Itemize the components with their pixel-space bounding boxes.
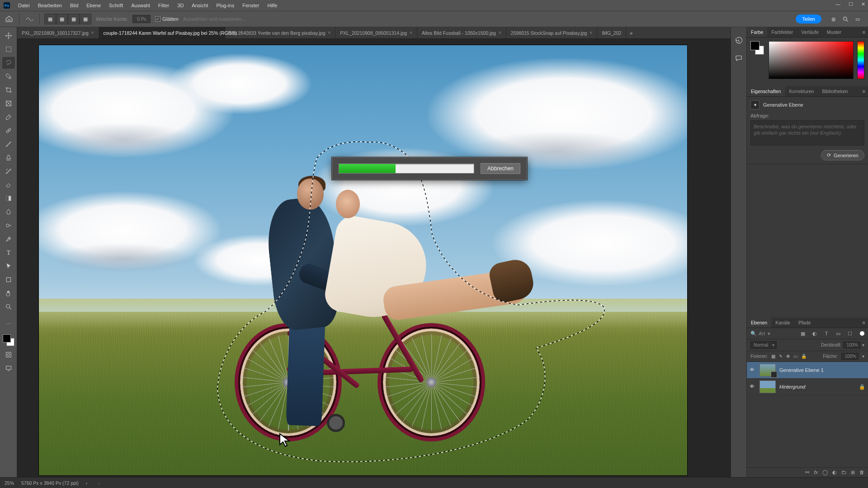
filter-shape-icon[interactable]: ▭ bbox=[835, 330, 842, 337]
filter-pixel-icon[interactable]: ▦ bbox=[799, 330, 807, 337]
select-and-mask-button[interactable]: Auswählen und maskieren... bbox=[183, 16, 245, 22]
cancel-button[interactable]: Abbrechen bbox=[481, 163, 520, 174]
tab-overflow-icon[interactable]: » bbox=[626, 27, 636, 38]
history-panel-icon[interactable] bbox=[734, 36, 744, 46]
zoom-tool[interactable] bbox=[2, 301, 15, 313]
blur-tool[interactable] bbox=[2, 206, 15, 218]
layers-filter-search[interactable]: 🔍Art▾ bbox=[750, 331, 795, 337]
delete-layer-icon[interactable]: 🗑 bbox=[859, 469, 864, 475]
comments-panel-icon[interactable] bbox=[734, 53, 744, 63]
color-field[interactable] bbox=[769, 41, 854, 79]
doc-tab[interactable]: IMG_202 bbox=[597, 27, 626, 38]
doc-info-chevron-icon[interactable]: › bbox=[86, 480, 88, 486]
lock-paint-icon[interactable]: ✎ bbox=[779, 354, 783, 359]
edit-toolbar-icon[interactable]: ⋯ bbox=[2, 318, 15, 330]
filter-type-icon[interactable]: T bbox=[823, 330, 830, 337]
pen-tool[interactable] bbox=[2, 233, 15, 245]
eraser-tool[interactable] bbox=[2, 179, 15, 191]
stamp-tool[interactable] bbox=[2, 152, 15, 164]
tab-farbe[interactable]: Farbe bbox=[747, 27, 767, 37]
menu-auswahl[interactable]: Auswahl bbox=[127, 1, 154, 9]
menu-fenster[interactable]: Fenster bbox=[239, 1, 263, 9]
feather-input[interactable] bbox=[132, 15, 151, 23]
prompt-input[interactable]: Beschreibe, was du generieren möchtest, … bbox=[750, 120, 864, 145]
sel-sub-button[interactable]: ▦ bbox=[68, 14, 80, 24]
doc-tab[interactable]: 2598015 StockSnap auf Pixabay.jpg× bbox=[506, 27, 597, 38]
tab-eigenschaften[interactable]: Eigenschaften bbox=[747, 86, 785, 96]
healing-tool[interactable] bbox=[2, 125, 15, 136]
tab-verlaeufe[interactable]: Verläufe bbox=[797, 27, 823, 37]
lock-icon[interactable]: 🔒 bbox=[859, 384, 865, 390]
layer-thumbnail[interactable] bbox=[760, 364, 776, 376]
path-select-tool[interactable] bbox=[2, 260, 15, 272]
layer-fx-icon[interactable]: fx bbox=[814, 469, 818, 475]
lasso-tool[interactable] bbox=[2, 57, 15, 69]
eyedropper-tool[interactable] bbox=[2, 111, 15, 123]
menu-schrift[interactable]: Schrift bbox=[105, 1, 127, 9]
type-tool[interactable] bbox=[2, 247, 15, 258]
canvas-viewport[interactable]: Abbrechen bbox=[17, 39, 731, 477]
tab-pfade[interactable]: Pfade bbox=[794, 318, 815, 328]
tab-muster[interactable]: Muster bbox=[823, 27, 845, 37]
menu-bearbeiten[interactable]: Bearbeiten bbox=[34, 1, 66, 9]
filter-adjust-icon[interactable]: ◐ bbox=[811, 330, 818, 337]
active-tool-icon[interactable] bbox=[24, 14, 35, 24]
tab-korrekturen[interactable]: Korrekturen bbox=[785, 86, 818, 96]
new-layer-icon[interactable]: ⊞ bbox=[851, 469, 855, 475]
menu-ebene[interactable]: Ebene bbox=[83, 1, 104, 9]
share-button[interactable]: Teilen bbox=[796, 14, 821, 23]
workspace-icon[interactable]: ▭ bbox=[855, 16, 860, 22]
lock-all-icon[interactable]: 🔒 bbox=[801, 354, 807, 359]
lock-pos-icon[interactable]: ✥ bbox=[786, 354, 790, 359]
doc-tab[interactable]: Altes Bild Fussball - 1050x1500.jpg× bbox=[417, 27, 506, 38]
blend-mode-dropdown[interactable]: Normal bbox=[750, 341, 777, 349]
shape-tool[interactable] bbox=[2, 274, 15, 286]
brush-tool[interactable] bbox=[2, 138, 15, 150]
visibility-icon[interactable]: 👁 bbox=[750, 384, 756, 390]
zoom-level[interactable]: 25% bbox=[5, 480, 14, 486]
menu-hilfe[interactable]: Hilfe bbox=[264, 1, 281, 9]
new-adjust-icon[interactable]: ◐ bbox=[832, 469, 837, 475]
layer-name[interactable]: Hintergrund bbox=[779, 384, 805, 389]
doc-tab[interactable]: fox-1540833 Yvette van den Berg pixabay.… bbox=[226, 27, 336, 38]
move-tool[interactable] bbox=[2, 30, 15, 42]
new-group-icon[interactable]: 🗀 bbox=[841, 469, 846, 475]
panel-menu-icon[interactable]: ≡ bbox=[860, 27, 868, 37]
user-icon[interactable]: ◍ bbox=[831, 16, 836, 22]
hand-tool[interactable] bbox=[2, 287, 15, 299]
tab-bibliotheken[interactable]: Bibliotheken bbox=[818, 86, 852, 96]
panel-menu-icon[interactable]: ≡ bbox=[860, 318, 868, 328]
layer-thumbnail[interactable] bbox=[760, 380, 776, 393]
menu-bild[interactable]: Bild bbox=[66, 1, 82, 9]
fill-input[interactable]: 100% bbox=[841, 353, 859, 360]
add-mask-icon[interactable]: ◯ bbox=[822, 469, 828, 475]
foreground-background-colors[interactable] bbox=[2, 333, 15, 347]
tab-close-icon[interactable]: × bbox=[410, 30, 412, 35]
filter-smart-icon[interactable]: ☐ bbox=[846, 330, 854, 337]
history-brush-tool[interactable] bbox=[2, 165, 15, 177]
search-icon[interactable] bbox=[842, 16, 849, 23]
sel-int-button[interactable]: ▦ bbox=[80, 14, 91, 24]
color-fgbg-swatch[interactable] bbox=[750, 41, 765, 56]
tab-close-icon[interactable]: × bbox=[590, 30, 592, 35]
layer-row[interactable]: 👁 Generative Ebene 1 bbox=[747, 362, 868, 379]
menu-ansicht[interactable]: Ansicht bbox=[188, 1, 212, 9]
home-icon[interactable] bbox=[4, 14, 14, 24]
doc-tab[interactable]: PXL_20210908_095051314.jpg× bbox=[335, 27, 417, 38]
generate-button[interactable]: ⟳ Generieren bbox=[821, 150, 864, 160]
dodge-tool[interactable] bbox=[2, 220, 15, 231]
sel-add-button[interactable]: ▦ bbox=[56, 14, 68, 24]
layer-row[interactable]: 👁 Hintergrund 🔒 bbox=[747, 379, 868, 395]
layer-name[interactable]: Generative Ebene 1 bbox=[779, 367, 824, 373]
doc-tab[interactable]: couple-1718244 Karen Warfel auf Pixabay.… bbox=[99, 27, 226, 38]
tab-close-icon[interactable]: × bbox=[328, 30, 331, 35]
close-icon[interactable]: ✕ bbox=[861, 1, 865, 7]
screenmode-icon[interactable] bbox=[2, 362, 15, 374]
menu-3d[interactable]: 3D bbox=[174, 1, 187, 9]
menu-plugins[interactable]: Plug-ins bbox=[212, 1, 238, 9]
crop-tool[interactable] bbox=[2, 84, 15, 96]
link-layers-icon[interactable]: ⚯ bbox=[805, 469, 809, 475]
marquee-tool[interactable] bbox=[2, 43, 15, 55]
sel-new-button[interactable]: ▦ bbox=[44, 14, 56, 24]
tab-close-icon[interactable]: × bbox=[91, 30, 94, 35]
